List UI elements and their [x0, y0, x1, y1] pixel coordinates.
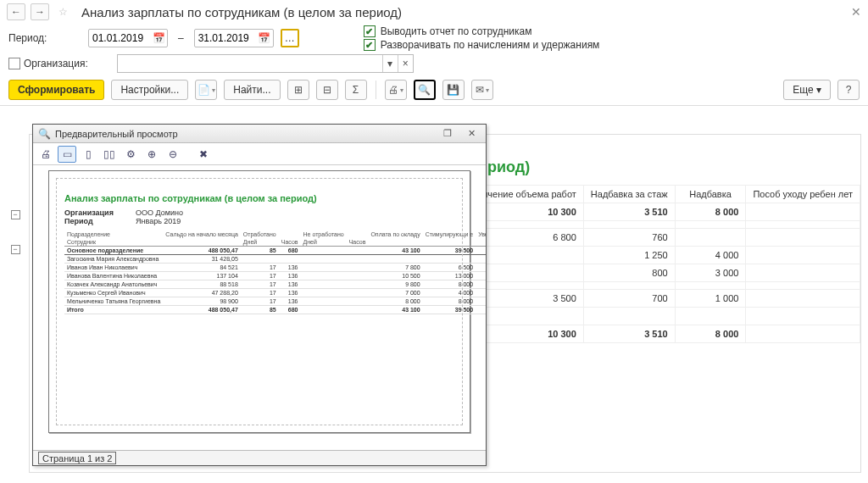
table-row: Мельниченко Татьяна Георгиевна98 9001713… [64, 297, 486, 306]
report-column-header: Надбавка за стаж [583, 186, 675, 203]
org-checkbox[interactable] [8, 58, 20, 69]
pv-fit-page-button[interactable]: ▭ [58, 146, 76, 163]
detach-window-button[interactable]: ❐ [438, 127, 457, 141]
checkbox-label: Выводить отчет по сотрудникам [381, 25, 532, 37]
date-to-input[interactable] [195, 32, 256, 44]
table-row: Загоскина Мария Александровна31 428,05 [64, 255, 486, 264]
pv-one-page-button[interactable]: ▯ [79, 146, 97, 163]
preview-title: Предварительный просмотр [55, 129, 433, 139]
sum-button[interactable]: Σ [345, 80, 367, 100]
calendar-icon[interactable]: 📅 [150, 30, 167, 47]
pv-print-button[interactable]: 🖨 [36, 146, 55, 163]
report-column-header: Пособ уходу ребен лет [746, 186, 860, 203]
table-row: Иванов Иван Николаевич84 521171367 8006 … [64, 264, 486, 272]
toolbar-separator [376, 80, 376, 99]
window-title: Анализ зарплаты по сотрудникам (в целом … [81, 5, 402, 19]
pv-zoom-in-button[interactable]: ⊕ [142, 146, 161, 163]
report-column-header: Надбавка [675, 186, 746, 203]
checkmark-icon: ✔ [364, 39, 376, 51]
org-label: Организация: [24, 58, 88, 69]
pv-page-setup-button[interactable]: ⚙ [121, 146, 140, 163]
date-range-dash: – [175, 32, 187, 44]
print-button[interactable]: 🖨 [385, 80, 407, 100]
settings-button[interactable]: Настройки... [111, 80, 188, 100]
date-to-field[interactable]: 📅 [194, 29, 274, 47]
period-label: Период: [8, 32, 81, 44]
print-preview-button[interactable]: 🔍 [414, 80, 436, 100]
table-row: Итого488 050,478568043 10039 50010 3003 … [64, 306, 486, 314]
period-picker-button[interactable]: … [281, 29, 299, 47]
preview-page-status: Страница 1 из 2 [38, 452, 116, 464]
table-row: Основное подразделение488 050,478568043 … [64, 247, 486, 255]
checkbox-by-employees[interactable]: ✔ Выводить отчет по сотрудникам [364, 25, 600, 37]
pv-close-button[interactable]: ✖ [194, 146, 213, 163]
outline-collapse-button[interactable]: − [11, 245, 20, 254]
calendar-icon[interactable]: 📅 [256, 30, 273, 47]
preview-page-title: Анализ зарплаты по сотрудникам (в целом … [64, 193, 454, 203]
print-preview-window: 🔍 Предварительный просмотр ❐ ✕ 🖨 ▭ ▯ ▯▯ … [32, 124, 487, 466]
save-button[interactable]: 💾 [442, 80, 465, 100]
magnifier-icon: 🔍 [38, 128, 50, 140]
table-row: Козачек Александр Анатольевич88 51817136… [64, 280, 486, 289]
generate-button[interactable]: Сформировать [8, 80, 104, 100]
favorite-star-icon[interactable]: ☆ [54, 3, 71, 20]
checkmark-icon: ✔ [364, 25, 376, 37]
expand-groups-button[interactable]: ⊞ [287, 80, 309, 100]
org-field[interactable]: ▾ × [117, 54, 414, 73]
preview-page: Анализ зарплаты по сотрудникам (в целом … [48, 170, 470, 433]
nav-back-button[interactable]: ← [7, 3, 25, 20]
collapse-groups-button[interactable]: ⊟ [316, 80, 338, 100]
more-button[interactable]: Еще ▾ [783, 80, 831, 100]
email-button[interactable]: ✉ [471, 80, 493, 100]
help-button[interactable]: ? [837, 80, 860, 100]
table-row: Кузьменко Сергей Иванович47 288,20171367… [64, 289, 486, 297]
outline-collapse-button[interactable]: − [11, 210, 20, 219]
preview-table: ПодразделениеСальдо на начало месяцаОтра… [64, 230, 486, 314]
date-from-field[interactable]: 📅 [88, 29, 168, 47]
dropdown-icon[interactable]: ▾ [382, 55, 398, 72]
date-from-input[interactable] [89, 32, 150, 44]
pv-zoom-out-button[interactable]: ⊖ [164, 146, 182, 163]
org-input[interactable] [118, 58, 382, 69]
checkbox-label: Разворачивать по начислениям и удержания… [381, 39, 600, 51]
save-variant-button[interactable]: 📄 [195, 80, 217, 100]
checkbox-expand-accruals[interactable]: ✔ Разворачивать по начислениям и удержан… [364, 39, 600, 51]
pv-two-page-button[interactable]: ▯▯ [100, 146, 119, 163]
close-icon[interactable]: ✕ [851, 5, 861, 19]
find-button[interactable]: Найти... [224, 80, 280, 100]
nav-forward-button[interactable]: → [31, 3, 49, 20]
table-row: Иванова Валентина Николаевна137 10417136… [64, 272, 486, 280]
close-preview-button[interactable]: ✕ [462, 127, 481, 141]
clear-icon[interactable]: × [398, 55, 413, 72]
preview-meta: ОрганизацияООО Домино ПериодЯнварь 2019 [64, 208, 454, 225]
